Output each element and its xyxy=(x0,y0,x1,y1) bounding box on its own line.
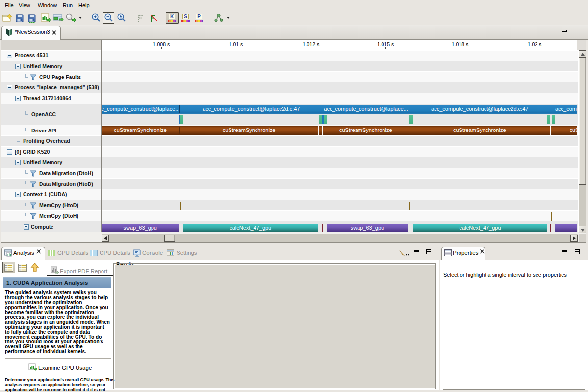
svg-text:P: P xyxy=(197,14,201,19)
svg-text:K: K xyxy=(170,14,174,19)
svg-text:S: S xyxy=(184,14,187,19)
